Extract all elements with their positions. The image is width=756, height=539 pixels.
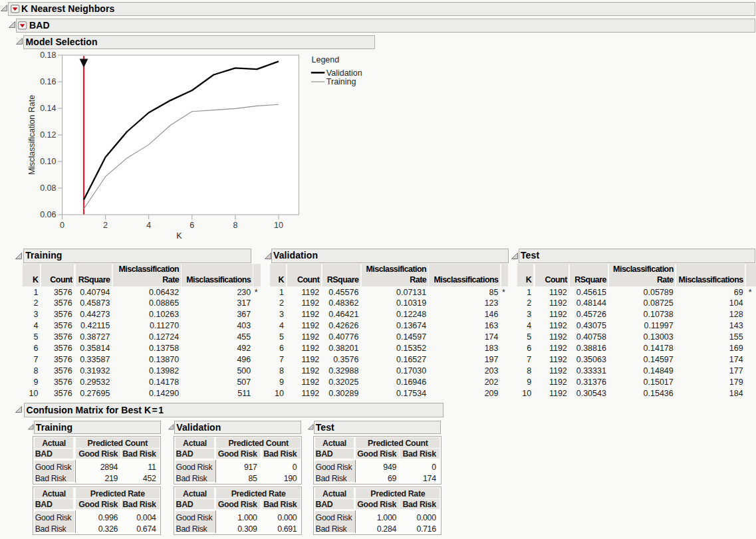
- svg-text:0.08: 0.08: [40, 183, 56, 193]
- svg-text:0.14: 0.14: [40, 104, 56, 113]
- svg-text:Misclassification Rate: Misclassification Rate: [27, 95, 37, 175]
- svg-text:0.18: 0.18: [40, 51, 56, 60]
- svg-text:8: 8: [233, 221, 237, 230]
- svg-text:0.06: 0.06: [40, 210, 56, 219]
- svg-text:K: K: [176, 231, 182, 241]
- svg-text:0.16: 0.16: [40, 77, 56, 86]
- svg-text:0.12: 0.12: [40, 130, 56, 140]
- svg-text:Training: Training: [326, 77, 356, 86]
- svg-text:Validation: Validation: [326, 68, 362, 78]
- svg-text:0.10: 0.10: [40, 157, 56, 166]
- svg-text:0: 0: [60, 221, 64, 230]
- svg-text:6: 6: [189, 221, 194, 230]
- svg-text:Legend: Legend: [312, 55, 340, 64]
- svg-text:4: 4: [146, 221, 151, 230]
- svg-text:2: 2: [103, 221, 108, 230]
- svg-text:10: 10: [274, 221, 283, 230]
